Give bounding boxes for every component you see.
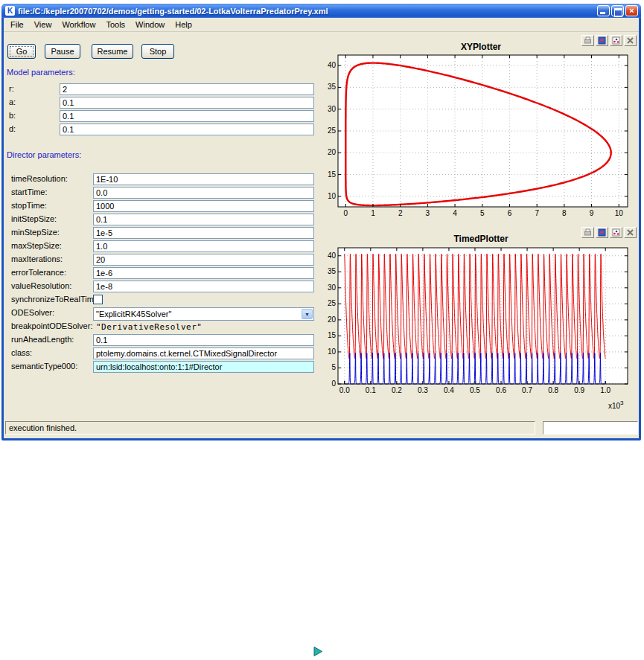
r-field[interactable]	[60, 83, 314, 95]
time-resolution-field[interactable]	[93, 173, 314, 185]
class-field[interactable]	[93, 347, 314, 359]
menu-window[interactable]: Window	[130, 19, 170, 31]
class-label: class:	[11, 348, 32, 357]
menu-workflow[interactable]: Workflow	[57, 19, 101, 31]
init-step-size-field[interactable]	[93, 214, 314, 225]
window-title: file:/C:/kepler20070702/demos/getting-st…	[18, 7, 597, 16]
r-label: r:	[9, 84, 14, 93]
svg-text:4: 4	[453, 209, 457, 217]
b-field[interactable]	[60, 110, 314, 122]
svg-text:30: 30	[328, 105, 337, 113]
stop-time-label: stopTime:	[11, 201, 47, 210]
max-step-size-label: maxStepSize:	[11, 241, 62, 250]
svg-text:1: 1	[371, 209, 375, 217]
progress-panel	[543, 421, 638, 435]
stop-button[interactable]: Stop	[141, 44, 174, 59]
svg-text:0.1: 0.1	[366, 386, 376, 394]
pause-button[interactable]: Pause	[45, 44, 80, 59]
kepler-window: K file:/C:/kepler20070702/demos/getting-…	[1, 4, 641, 440]
timedplotter-panel: TimedPlotter 0.00.10.20.30.40.50.60.70.8…	[324, 226, 638, 421]
window-controls: ×	[597, 5, 638, 16]
maximize-button[interactable]	[611, 5, 624, 16]
a-field[interactable]	[60, 97, 314, 109]
svg-text:5: 5	[480, 209, 485, 217]
format-icon[interactable]	[596, 35, 608, 46]
svg-text:0.7: 0.7	[522, 386, 532, 394]
svg-text:0: 0	[343, 209, 348, 217]
menu-view[interactable]: View	[29, 19, 57, 31]
print-icon[interactable]	[581, 35, 594, 46]
run-ahead-length-label: runAheadLength:	[11, 335, 74, 344]
run-workflow-play-icon[interactable]	[312, 646, 324, 657]
synchronize-to-real-time-checkbox[interactable]	[93, 295, 103, 304]
min-step-size-field[interactable]	[93, 227, 314, 239]
go-button[interactable]: Go	[7, 44, 36, 59]
svg-text:0.8: 0.8	[548, 386, 558, 394]
close-button[interactable]: ×	[625, 5, 638, 16]
xyplotter-chart[interactable]: 01234567891010152025303540	[324, 54, 638, 225]
error-tolerance-label: errorTolerance:	[11, 268, 66, 277]
start-time-field[interactable]	[93, 187, 314, 199]
svg-text:25: 25	[328, 126, 337, 135]
fill-icon[interactable]	[624, 35, 637, 46]
format-icon[interactable]	[596, 227, 608, 238]
status-message: execution finished.	[5, 421, 535, 435]
chevron-down-icon[interactable]: ▼	[302, 309, 313, 319]
svg-text:35: 35	[328, 267, 337, 275]
plot-points-icon[interactable]	[610, 227, 622, 238]
menu-tools[interactable]: Tools	[101, 19, 130, 31]
svg-text:0: 0	[331, 379, 336, 388]
minimize-button[interactable]	[597, 5, 610, 16]
timedplotter-chart[interactable]: 0.00.10.20.30.40.50.60.70.80.91.00510152…	[324, 244, 638, 418]
svg-text:3: 3	[620, 400, 624, 406]
a-label: a:	[9, 97, 16, 106]
svg-text:20: 20	[328, 315, 337, 324]
print-icon[interactable]	[581, 227, 594, 238]
svg-text:0.5: 0.5	[470, 386, 480, 394]
semantic-type-label: semanticType000:	[11, 362, 77, 371]
svg-text:35: 35	[328, 83, 337, 91]
min-step-size-label: minStepSize:	[11, 228, 60, 237]
fill-icon[interactable]	[624, 227, 637, 238]
svg-text:40: 40	[328, 251, 337, 260]
plot-points-icon[interactable]	[610, 35, 622, 46]
svg-text:20: 20	[328, 148, 337, 156]
b-label: b:	[9, 111, 16, 120]
init-step-size-label: initStepSize:	[11, 214, 57, 223]
breakpoint-ode-solver-label: breakpointODESolver:	[11, 321, 92, 330]
svg-text:0.3: 0.3	[418, 386, 428, 394]
plot-toolbar	[581, 35, 637, 46]
svg-text:0.4: 0.4	[444, 386, 454, 394]
svg-text:30: 30	[328, 283, 337, 292]
svg-text:0.0: 0.0	[339, 386, 350, 394]
value-resolution-field[interactable]	[93, 281, 314, 292]
error-tolerance-field[interactable]	[93, 267, 314, 279]
svg-text:x10: x10	[608, 402, 621, 410]
max-iterations-label: maxIterations:	[11, 254, 63, 263]
ode-solver-combobox[interactable]: "ExplicitRK45Solver" ▼	[93, 307, 314, 321]
time-resolution-label: timeResolution:	[11, 174, 68, 183]
title-bar[interactable]: K file:/C:/kepler20070702/demos/getting-…	[1, 4, 641, 18]
xyplotter-panel: XYPlotter 01234567891010152025303540	[324, 34, 638, 225]
svg-text:10: 10	[328, 347, 337, 356]
svg-text:0.6: 0.6	[496, 386, 506, 394]
svg-text:8: 8	[562, 209, 567, 217]
max-iterations-field[interactable]	[93, 254, 314, 266]
svg-text:40: 40	[328, 61, 337, 69]
resume-button[interactable]: Resume	[92, 44, 133, 59]
d-label: d:	[9, 124, 16, 133]
run-ahead-length-field[interactable]	[93, 334, 314, 346]
plot-toolbar	[581, 227, 637, 238]
svg-text:15: 15	[328, 170, 337, 179]
menu-help[interactable]: Help	[170, 19, 197, 31]
stop-time-field[interactable]	[93, 200, 314, 212]
d-field[interactable]	[60, 124, 314, 135]
semantic-type-field[interactable]	[93, 361, 314, 373]
svg-text:15: 15	[328, 331, 337, 339]
max-step-size-field[interactable]	[93, 240, 314, 252]
svg-text:0.2: 0.2	[392, 386, 402, 394]
ode-solver-value: "ExplicitRK45Solver"	[94, 308, 313, 320]
start-time-label: startTime:	[11, 188, 48, 196]
menu-file[interactable]: File	[5, 19, 29, 31]
svg-text:6: 6	[508, 209, 512, 217]
